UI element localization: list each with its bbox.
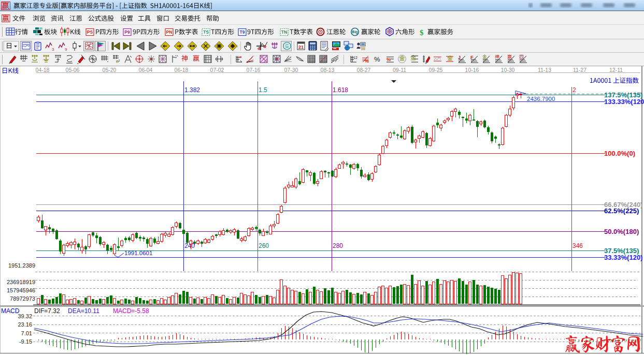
svg-text:T9: T9 bbox=[240, 29, 245, 35]
svg-text:100.0%(0): 100.0%(0) bbox=[604, 150, 635, 157]
svg-text:9: 9 bbox=[65, 47, 67, 52]
svg-text:346: 346 bbox=[573, 242, 583, 249]
svg-text:PS: PS bbox=[87, 29, 93, 35]
svg-text:2: 2 bbox=[573, 86, 576, 94]
svg-text:11-27: 11-27 bbox=[573, 67, 586, 73]
svg-text:07-02: 07-02 bbox=[210, 67, 224, 73]
svg-text:P9: P9 bbox=[124, 29, 130, 35]
svg-text:260: 260 bbox=[259, 242, 269, 249]
svg-text:09-11: 09-11 bbox=[393, 67, 406, 73]
svg-text:05-06: 05-06 bbox=[66, 67, 80, 73]
svg-text:23.16: 23.16 bbox=[18, 321, 32, 328]
svg-text:07-30: 07-30 bbox=[284, 67, 298, 73]
svg-text:21: 21 bbox=[298, 45, 304, 50]
svg-text:08-27: 08-27 bbox=[357, 67, 371, 73]
svg-text:12-11: 12-11 bbox=[609, 67, 623, 73]
svg-text:%: % bbox=[365, 58, 369, 64]
svg-text:157945946: 157945946 bbox=[7, 287, 35, 293]
svg-text:3: 3 bbox=[52, 47, 54, 52]
svg-text:1951.2389: 1951.2389 bbox=[8, 262, 35, 269]
svg-text:07-16: 07-16 bbox=[247, 67, 261, 73]
svg-text:TN: TN bbox=[281, 29, 287, 35]
svg-text:MACD: MACD bbox=[1, 307, 20, 315]
svg-text:1.5: 1.5 bbox=[259, 86, 267, 94]
svg-text:133.33%(120): 133.33%(120) bbox=[604, 98, 644, 106]
svg-text:7.01: 7.01 bbox=[21, 330, 32, 336]
svg-text:-9.15: -9.15 bbox=[19, 338, 32, 345]
svg-text:$: $ bbox=[420, 28, 424, 37]
svg-text:DIF=7.32: DIF=7.32 bbox=[34, 307, 60, 315]
svg-text:11-13: 11-13 bbox=[538, 67, 551, 73]
svg-text:MACD=-5.58: MACD=-5.58 bbox=[113, 307, 149, 315]
svg-text:10-16: 10-16 bbox=[465, 67, 479, 73]
svg-text:2436.7900: 2436.7900 bbox=[527, 96, 555, 102]
svg-text:06-04: 06-04 bbox=[139, 67, 153, 73]
svg-text:62.5%(225): 62.5%(225) bbox=[604, 207, 639, 215]
svg-text:PN: PN bbox=[166, 29, 173, 35]
svg-text:F: F bbox=[470, 55, 474, 60]
svg-text:39.32: 39.32 bbox=[18, 313, 32, 319]
svg-text:DEA=10.11: DEA=10.11 bbox=[68, 307, 99, 315]
svg-text:236918919: 236918919 bbox=[7, 279, 35, 285]
svg-text:78972973: 78972973 bbox=[10, 295, 35, 302]
svg-text:04-18: 04-18 bbox=[36, 67, 50, 73]
svg-text:06-18: 06-18 bbox=[175, 67, 189, 73]
svg-text:33.33%(120): 33.33%(120) bbox=[604, 254, 642, 261]
svg-text:12: 12 bbox=[353, 56, 357, 60]
svg-text:n²: n² bbox=[116, 59, 120, 64]
svg-text:1.618: 1.618 bbox=[333, 86, 348, 94]
svg-text:1.382: 1.382 bbox=[184, 86, 200, 94]
svg-text:50.0%(180): 50.0%(180) bbox=[604, 228, 639, 235]
svg-text:%: % bbox=[374, 55, 380, 63]
svg-text:TS: TS bbox=[203, 29, 209, 35]
svg-text:J: J bbox=[458, 55, 461, 60]
svg-text:05-20: 05-20 bbox=[103, 67, 117, 73]
svg-text:08-13: 08-13 bbox=[321, 67, 335, 73]
svg-text:280: 280 bbox=[333, 242, 343, 249]
svg-text:1991.0601: 1991.0601 bbox=[124, 250, 152, 256]
svg-text:%: % bbox=[387, 57, 391, 62]
svg-text:09-25: 09-25 bbox=[429, 67, 443, 73]
svg-text:Big: Big bbox=[352, 30, 357, 34]
svg-text:10-30: 10-30 bbox=[501, 67, 515, 73]
